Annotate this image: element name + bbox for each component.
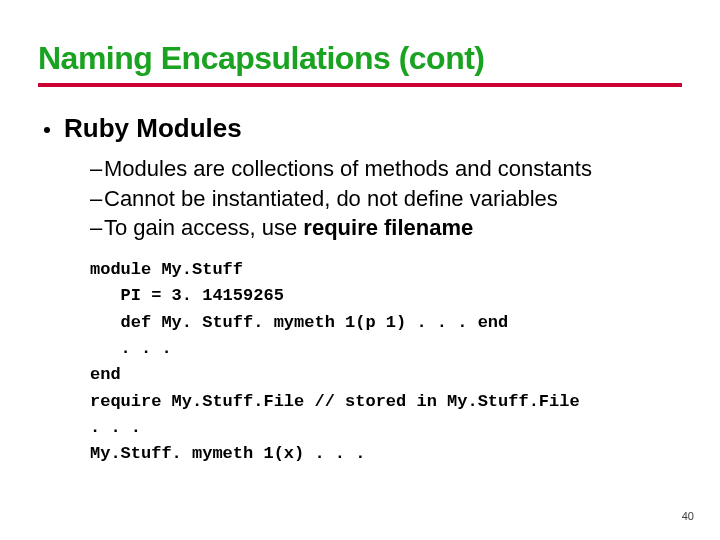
sub-bullet-text: Modules are collections of methods and c… [104, 154, 682, 184]
title-underline [38, 83, 682, 87]
bullet-dot-icon [44, 127, 50, 133]
dash-icon: – [90, 184, 104, 214]
sub-bullet-prefix: To gain access, use [104, 215, 303, 240]
bullet-text: Ruby Modules [64, 113, 242, 144]
sub-bullet-text: To gain access, use require filename [104, 213, 682, 243]
dash-icon: – [90, 154, 104, 184]
slide-title: Naming Encapsulations (cont) [38, 40, 682, 77]
keyword-require: require filename [303, 215, 473, 240]
sub-bullet-text: Cannot be instantiated, do not define va… [104, 184, 682, 214]
page-number: 40 [682, 510, 694, 522]
dash-icon: – [90, 213, 104, 243]
code-block: module My.Stuff PI = 3. 14159265 def My.… [90, 257, 682, 468]
sub-bullet: – To gain access, use require filename [90, 213, 682, 243]
slide: Naming Encapsulations (cont) Ruby Module… [0, 0, 720, 540]
sub-bullet-list: – Modules are collections of methods and… [90, 154, 682, 243]
sub-bullet: – Cannot be instantiated, do not define … [90, 184, 682, 214]
sub-bullet: – Modules are collections of methods and… [90, 154, 682, 184]
bullet-row: Ruby Modules [38, 113, 682, 144]
